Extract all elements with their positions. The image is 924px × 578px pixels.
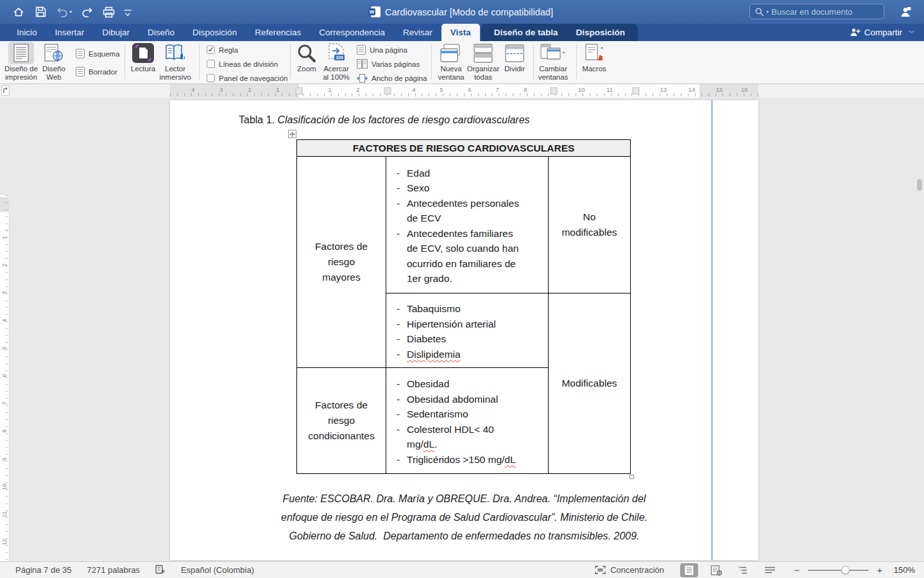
tab-correspondencia[interactable]: Correspondencia — [310, 24, 394, 41]
zoom-out-button[interactable]: − — [792, 565, 801, 575]
ruler-checkbox[interactable]: Regla — [207, 45, 238, 55]
language-indicator[interactable]: Español (Colombia) — [181, 565, 254, 575]
zoom-slider-track[interactable] — [808, 570, 869, 571]
v-ruler-number: 7 — [1, 400, 8, 407]
web-layout-button[interactable]: DiseñoWeb — [25, 65, 83, 82]
tab-inicio[interactable]: Inicio — [8, 24, 46, 41]
new-window-icon[interactable] — [440, 42, 462, 64]
non-modifiable-cell: No modificables — [549, 157, 631, 293]
h-ruler-number: 2 — [248, 86, 251, 93]
zoom-icon[interactable] — [297, 42, 316, 64]
collapse-ribbon-chevron-icon[interactable]: ﹀ — [909, 28, 915, 37]
immersive-reader-icon[interactable] — [165, 42, 185, 64]
account-icon[interactable] — [896, 3, 915, 21]
page-width-button[interactable]: Ancho de página — [357, 73, 427, 83]
table-column-marker[interactable] — [633, 87, 640, 94]
zoom-percentage[interactable]: 150% — [884, 565, 915, 575]
vertical-scrollbar-thumb[interactable] — [917, 179, 922, 191]
tab-diseno[interactable]: Diseño — [139, 24, 184, 41]
quick-access-overflow-icon[interactable] — [119, 0, 136, 24]
h-ruler-number: 5 — [440, 86, 443, 93]
table-column-marker[interactable] — [384, 87, 391, 94]
tab-dibujar[interactable]: Dibujar — [93, 24, 139, 41]
tab-disposicion-tabla[interactable]: Disposición — [567, 24, 635, 41]
table-resize-handle[interactable] — [629, 475, 634, 479]
draft-view-button[interactable]: Borrador — [76, 67, 117, 76]
view-draft-button[interactable] — [761, 563, 779, 577]
outline-view-button[interactable]: Esquema — [76, 49, 120, 58]
tab-vista[interactable]: Vista — [441, 24, 480, 41]
zoom-slider-thumb[interactable] — [841, 566, 850, 574]
h-ruler-number: 4 — [412, 86, 415, 93]
one-page-icon — [357, 45, 366, 55]
page-guide-line — [711, 100, 713, 560]
ruler-checkbox-box[interactable] — [207, 46, 215, 54]
document-workspace: 123456789101112131415 Tabla 1. Clasifica… — [0, 98, 924, 561]
table-column-marker[interactable] — [296, 87, 303, 94]
view-print-layout-button[interactable] — [680, 563, 698, 577]
search-icon — [755, 8, 764, 16]
v-ruler-number: 10 — [1, 484, 8, 490]
redo-icon[interactable] — [76, 0, 98, 24]
word-count[interactable]: 7271 palabras — [87, 565, 139, 575]
document-page[interactable]: Tabla 1. Clasificación de los factores d… — [170, 100, 758, 560]
table-move-handle-icon[interactable]: ✛ — [288, 130, 296, 138]
split-icon[interactable] — [505, 42, 524, 64]
search-caret-icon[interactable]: ▾ — [766, 9, 769, 15]
vertical-ruler[interactable]: 123456789101112131415 — [0, 195, 10, 578]
word-doc-icon — [371, 6, 381, 17]
proofing-status-icon[interactable] — [155, 565, 166, 576]
arrange-all-icon[interactable] — [474, 42, 493, 64]
tab-diseno-de-tabla[interactable]: Diseño de tabla — [485, 24, 567, 41]
gridlines-checkbox[interactable]: Líneas de división — [207, 59, 278, 69]
list-item: Obesidad abdominal — [386, 392, 544, 407]
page-indicator[interactable]: Página 7 de 35 — [15, 565, 71, 575]
search-input[interactable]: ▾ Buscar en documento — [749, 4, 884, 19]
list3-cell: Obesidad Obesidad abdominal Sedentarismo… — [386, 368, 549, 474]
table-row: Factores de riesgo mayores Edad Sexo Ant… — [297, 157, 631, 293]
h-ruler-number: 3 — [219, 86, 223, 93]
list-item: Antecedentes personalesde ECV — [386, 196, 544, 226]
tab-stop-selector-icon[interactable] — [1, 85, 10, 96]
v-ruler-number: 5 — [1, 345, 8, 351]
tab-disposicion[interactable]: Disposición — [184, 24, 246, 41]
undo-icon[interactable] — [51, 0, 73, 24]
horizontal-ruler[interactable]: 43211245678101113141516 — [170, 84, 758, 98]
tab-referencias[interactable]: Referencias — [246, 24, 310, 41]
navigation-pane-checkbox[interactable]: Panel de navegación — [207, 73, 287, 83]
save-icon[interactable] — [30, 0, 51, 24]
gridlines-checkbox-box[interactable] — [207, 60, 215, 68]
immersive-reader-button[interactable]: Lectorinmersivo — [146, 65, 204, 82]
h-ruler-number: 16 — [741, 86, 748, 93]
view-outline-button[interactable] — [734, 563, 752, 577]
risk-factors-table[interactable]: FACTORES DE RIESGO CARDIOVASCULARES Fact… — [296, 139, 631, 474]
tab-revisar[interactable]: Revisar — [394, 24, 441, 41]
list-item: Sedentarismo — [386, 407, 544, 422]
zoom-100-icon[interactable]: 100 — [327, 42, 346, 64]
print-layout-icon[interactable] — [13, 42, 29, 64]
v-ruler-number: 3 — [1, 290, 8, 296]
reading-mode-icon[interactable] — [132, 42, 154, 64]
macros-button[interactable]: Macros — [565, 65, 623, 73]
outline-view-icon — [76, 49, 85, 58]
switch-windows-icon[interactable] — [540, 42, 566, 64]
v-ruler-number: 9 — [1, 456, 8, 462]
web-layout-icon[interactable] — [44, 42, 64, 64]
title-bar: ▾ Cardiovascular [Modo de compatibilidad… — [0, 0, 924, 24]
focus-icon — [595, 566, 606, 574]
tab-insertar[interactable]: Insertar — [46, 24, 94, 41]
navigation-pane-checkbox-box[interactable] — [207, 74, 215, 82]
list1-cell: Edad Sexo Antecedentes personalesde ECV … — [386, 157, 549, 293]
macros-icon[interactable] — [582, 42, 606, 64]
home-icon[interactable] — [8, 0, 30, 24]
zoom-in-button[interactable]: + — [875, 565, 884, 575]
share-button[interactable]: Compartir ﹀ — [850, 24, 915, 41]
list-item: Sexo — [386, 180, 544, 196]
multiple-pages-button[interactable]: Varias páginas — [357, 59, 420, 69]
print-icon[interactable] — [98, 0, 119, 24]
one-page-button[interactable]: Una página — [357, 45, 407, 55]
view-web-layout-button[interactable] — [707, 563, 725, 577]
focus-mode-button[interactable]: Concentración — [595, 565, 664, 575]
v-ruler-number: 6 — [1, 372, 8, 379]
table-column-marker[interactable] — [551, 87, 558, 94]
